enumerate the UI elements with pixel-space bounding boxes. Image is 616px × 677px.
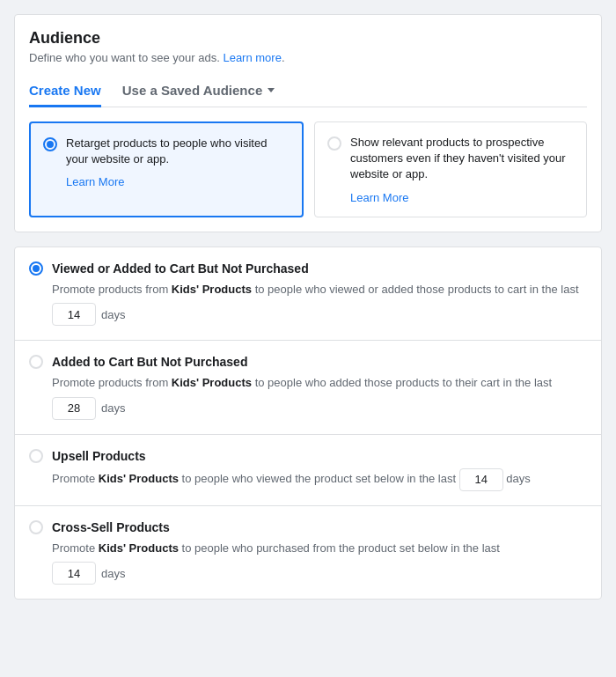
cross-sell-title: Cross-Sell Products (52, 520, 170, 534)
viewed-added-days-label: days (101, 308, 125, 321)
viewed-added-title: Viewed or Added to Cart But Not Purchase… (52, 261, 309, 276)
chevron-down-icon (268, 88, 275, 92)
radio-prospective[interactable] (327, 136, 341, 151)
added-cart-desc: Promote products from Kids' Products to … (29, 374, 587, 392)
section-title: Audience (29, 29, 587, 48)
section-subtitle: Define who you want to see your ads. Lea… (29, 51, 587, 64)
upsell-days-label: days (506, 472, 530, 485)
radio-added-cart[interactable] (29, 355, 43, 369)
upsell-desc-after: to people who viewed the product set bel… (179, 472, 456, 485)
cross-sell-desc-after: to people who purchased from the product… (179, 541, 500, 555)
audience-option-prospective[interactable]: Show relevant products to prospective cu… (314, 121, 587, 217)
added-cart-desc-after: to people who added those products to th… (252, 376, 552, 389)
viewed-added-desc-before: Promote products from (52, 283, 172, 296)
added-cart-title: Added to Cart But Not Purchased (52, 355, 247, 369)
radio-upsell[interactable] (29, 449, 43, 463)
added-cart-days-row: days (29, 397, 587, 420)
viewed-added-days-row: days (29, 303, 587, 326)
audience-card: Audience Define who you want to see your… (14, 14, 602, 232)
upsell-days-input[interactable] (459, 468, 503, 491)
list-item-added-cart[interactable]: Added to Cart But Not Purchased Promote … (15, 341, 601, 435)
list-item-cross-sell[interactable]: Cross-Sell Products Promote Kids' Produc… (15, 506, 601, 600)
radio-viewed-added[interactable] (29, 261, 43, 276)
list-item-upsell[interactable]: Upsell Products Promote Kids' Products t… (15, 435, 601, 506)
viewed-added-bold: Kids' Products (172, 283, 252, 296)
option-retarget-text: Retarget products to people who visited … (66, 136, 290, 167)
retarget-learn-more-link[interactable]: Learn More (66, 175, 124, 188)
cross-sell-bold: Kids' Products (99, 541, 179, 555)
tab-saved-audience[interactable]: Use a Saved Audience (122, 76, 275, 107)
cross-sell-days-label: days (101, 567, 125, 580)
added-cart-days-input[interactable] (52, 397, 96, 420)
subtitle-text: Define who you want to see your ads. (29, 51, 220, 64)
added-cart-bold: Kids' Products (172, 376, 252, 389)
added-cart-desc-before: Promote products from (52, 376, 172, 389)
added-cart-days-label: days (101, 401, 125, 415)
viewed-added-desc-after: to people who viewed or added those prod… (252, 283, 578, 296)
viewed-added-desc: Promote products from Kids' Products to … (29, 281, 587, 298)
prospective-learn-more-link[interactable]: Learn More (350, 191, 408, 204)
cross-sell-desc-before: Promote (52, 541, 99, 555)
upsell-desc-before: Promote (52, 472, 99, 485)
audience-type-options: Retarget products to people who visited … (29, 121, 587, 217)
upsell-title: Upsell Products (52, 449, 146, 463)
option-prospective-text: Show relevant products to prospective cu… (350, 135, 574, 183)
tab-saved-audience-label: Use a Saved Audience (122, 83, 263, 98)
tab-create-new[interactable]: Create New (29, 76, 101, 107)
learn-more-link[interactable]: Learn more (223, 51, 281, 64)
upsell-desc: Promote Kids' Products to people who vie… (29, 468, 587, 491)
cross-sell-desc: Promote Kids' Products to people who pur… (29, 540, 587, 557)
viewed-added-days-input[interactable] (52, 303, 96, 326)
cross-sell-days-row: days (29, 562, 587, 585)
audience-option-retarget[interactable]: Retarget products to people who visited … (29, 121, 304, 217)
cross-sell-days-input[interactable] (52, 562, 96, 585)
upsell-bold: Kids' Products (99, 472, 179, 485)
list-item-viewed-added[interactable]: Viewed or Added to Cart But Not Purchase… (15, 247, 601, 342)
radio-cross-sell[interactable] (29, 520, 43, 534)
audience-list-section: Viewed or Added to Cart But Not Purchase… (14, 247, 602, 600)
radio-retarget[interactable] (43, 137, 57, 151)
tabs-container: Create New Use a Saved Audience (29, 75, 587, 107)
